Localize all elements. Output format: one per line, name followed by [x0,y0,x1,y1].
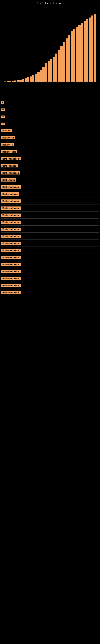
result-item-4: Bo [1,120,99,126]
chart-bar-22 [60,46,63,82]
result-item-14: Bottleneck res [1,191,99,197]
chart-bar-3 [12,81,14,82]
chart-bars [4,14,96,86]
bar-chart [4,6,96,86]
chart-bar-21 [58,50,60,82]
result-label-10: Bottleneck re [1,164,18,168]
chart-bar-30 [81,23,83,82]
result-item-25: Bottleneck result [1,268,99,274]
result-item-19: Bottleneck result [1,226,99,232]
result-label-27: Bottleneck result [1,284,21,287]
chart-bar-29 [78,25,81,82]
chart-bar-18 [50,59,52,82]
result-label-1: B [1,102,4,104]
result-item-18: Bottleneck result [1,219,99,225]
chart-bar-11 [32,75,34,82]
result-label-9: Bottleneck result [1,157,21,160]
result-item-23: Bottleneck result [1,254,99,260]
result-item-28: Bottleneck result [1,290,99,296]
result-label-15: Bottleneck result [1,200,21,203]
result-item-17: Bottleneck result [1,212,99,218]
result-label-28: Bottleneck result [1,291,21,294]
result-item-8: Bottleneck res [1,148,99,154]
result-item-24: Bottleneck result [1,261,99,267]
chart-bar-25 [68,34,70,82]
site-title: TheBottlenecker.com [0,0,100,6]
result-label-25: Bottleneck result [1,270,21,273]
chart-bar-32 [86,19,88,82]
chart-bar-23 [63,42,65,82]
chart-bar-34 [91,16,93,82]
chart-bar-5 [17,80,19,82]
chart-bar-7 [22,79,24,82]
chart-bar-2 [9,81,11,82]
chart-bar-28 [76,27,78,82]
chart-bar-14 [40,70,42,82]
result-item-12: Bottleneck r [1,177,99,183]
result-label-24: Bottleneck result [1,263,21,266]
result-item-21: Bottleneck result [1,240,99,246]
chart-bar-17 [48,61,50,82]
chart-bar-1 [7,81,9,82]
result-label-8: Bottleneck res [1,150,17,153]
result-label-6: Bottleneck r [1,136,15,139]
chart-bar-8 [25,78,27,82]
result-label-23: Bottleneck result [1,256,21,259]
chart-bar-26 [71,31,73,82]
result-label-14: Bottleneck res [1,192,19,196]
chart-bar-35 [94,14,96,82]
result-label-16: Bottleneck result [1,206,21,210]
result-label-3: Bo [1,116,5,118]
result-label-21: Bottleneck result [1,242,21,245]
page-container: TheBottlenecker.com B Bo Bo Bo Bot [0,0,100,296]
chart-bar-15 [42,67,45,82]
result-item-26: Bottleneck result [1,275,99,281]
results-list: B Bo Bo Bo Bottlene Bottleneck r Bottlen… [0,90,100,296]
chart-bar-19 [53,57,55,82]
result-item-11: Bottleneck resu [1,170,99,176]
chart-bar-10 [30,76,32,82]
result-item-16: Bottleneck result [1,205,99,211]
result-label-4: Bo [1,122,5,125]
result-label-17: Bottleneck result [1,214,21,217]
chart-bar-0 [4,82,6,82]
result-item-5: Bottlene [1,128,99,134]
chart-bar-13 [37,72,40,82]
result-item-20: Bottleneck result [1,233,99,239]
chart-bar-27 [73,29,75,82]
result-item-1: B [1,99,99,105]
result-item-9: Bottleneck result [1,156,99,162]
chart-bar-20 [55,54,58,82]
chart-bar-6 [19,80,22,82]
result-label-20: Bottleneck result [1,235,21,238]
result-item-15: Bottleneck result [1,198,99,204]
result-label-19: Bottleneck result [1,228,21,231]
chart-bar-9 [27,77,29,82]
result-item-3: Bo [1,113,99,119]
result-label-12: Bottleneck r [1,178,16,182]
chart-bar-24 [66,38,68,82]
chart-bar-33 [89,18,91,82]
result-label-11: Bottleneck resu [1,171,20,174]
result-item-2: Bo [1,106,99,112]
result-label-2: Bo [1,108,5,111]
result-item-7: Bottleneck [1,142,99,148]
result-item-13: Bottleneck result [1,184,99,190]
chart-bar-16 [45,63,47,82]
chart-bar-12 [35,74,37,82]
chart-bar-31 [84,21,86,82]
result-label-22: Bottleneck result [1,249,21,252]
result-item-22: Bottleneck result [1,247,99,253]
result-label-5: Bottlene [1,129,12,132]
chart-area [0,6,100,90]
result-label-18: Bottleneck result [1,220,21,224]
chart-bar-4 [14,80,16,82]
result-label-26: Bottleneck result [1,277,21,280]
result-label-13: Bottleneck result [1,185,21,188]
result-item-6: Bottleneck r [1,134,99,140]
result-item-27: Bottleneck result [1,282,99,288]
result-label-7: Bottleneck [1,143,14,146]
result-item-10: Bottleneck re [1,162,99,169]
